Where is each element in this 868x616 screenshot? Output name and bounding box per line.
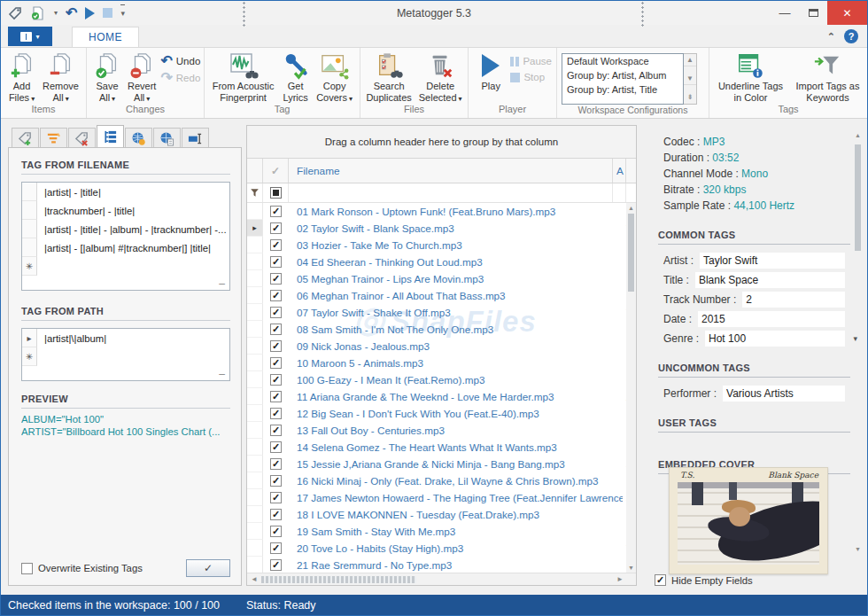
save-all-button[interactable]: Save All▾ <box>91 51 123 104</box>
row-checkbox[interactable]: ✓ <box>263 324 289 335</box>
filename-cell[interactable]: 05 Meghan Trainor - Lips Are Movin.mp3 <box>289 273 623 285</box>
apply-tagging-button[interactable]: ✓ <box>186 559 230 577</box>
tab-rename[interactable] <box>182 128 209 148</box>
row-checkbox[interactable]: ✓ <box>263 458 289 470</box>
filename-cell[interactable]: 08 Sam Smith - I'm Not The Only One.mp3 <box>289 324 623 335</box>
tab-auto-tag[interactable] <box>40 128 67 148</box>
filename-cell[interactable]: 01 Mark Ronson - Uptown Funk! (Feat.Brun… <box>289 206 623 217</box>
workspace-config-item[interactable]: Default Workspace <box>562 54 683 68</box>
filename-cell[interactable]: 06 Meghan Trainor - All About That Bass.… <box>289 290 623 301</box>
filename-cell[interactable]: 02 Taylor Swift - Blank Space.mp3 <box>289 222 623 234</box>
vertical-scrollbar[interactable]: ▲ ▼ <box>626 203 636 573</box>
undo-button[interactable]: ↶ Undo <box>160 54 200 68</box>
table-row[interactable]: ✓21 Rae Sremmurd - No Type.mp3R <box>247 557 636 573</box>
tab-tag-remove[interactable] <box>68 128 96 148</box>
resize-grip-icon[interactable]: – <box>219 278 225 289</box>
path-pattern-list[interactable]: ▸|artist|\|album| ✳ – <box>21 328 230 381</box>
help-icon[interactable]: ? <box>844 29 858 43</box>
tag-field-input[interactable] <box>742 292 845 308</box>
customize-qat-icon[interactable]: ▾ <box>120 4 125 22</box>
pattern-text[interactable]: |artist| - |title| - |album| - |tracknum… <box>37 224 227 235</box>
row-checkbox[interactable]: ✓ <box>263 425 289 436</box>
table-row[interactable]: ✓07 Taylor Swift - Shake It Off.mp3T <box>247 304 636 321</box>
tab-tag-add[interactable] <box>12 128 39 148</box>
table-row[interactable]: ✓17 James Newton Howaerd - The Haging Tr… <box>247 489 636 506</box>
filename-cell[interactable]: 15 Jessie J,Ariana Grande & Nicki Minja … <box>289 458 623 470</box>
row-checkbox[interactable]: ✓ <box>263 542 289 554</box>
right-splitter-handle[interactable] <box>640 1 645 27</box>
scroll-left-icon[interactable]: ◄ <box>251 573 258 585</box>
scroll-right-icon[interactable]: ► <box>616 573 624 585</box>
filename-cell[interactable]: 19 Sam Smith - Stay With Me.mp3 <box>289 526 623 537</box>
revert-all-button[interactable]: Revert All▾ <box>125 51 159 104</box>
pattern-row[interactable]: |artist| - |title| - |album| - |tracknum… <box>22 220 229 238</box>
filename-cell[interactable]: 17 James Newton Howaerd - The Haging Tre… <box>289 492 623 503</box>
table-row[interactable]: ✓15 Jessie J,Ariana Grande & Nicki Minja… <box>247 456 636 472</box>
row-checkbox[interactable]: ✓ <box>263 206 289 217</box>
table-row[interactable]: ✓16 Nicki Minaj - Only (Feat. Drake, Lil… <box>247 472 636 489</box>
scroll-up-icon[interactable]: ▲ <box>853 132 863 138</box>
filename-cell[interactable]: 07 Taylor Swift - Shake It Off.mp3 <box>289 307 623 318</box>
pattern-row[interactable]: |tracknumber| - |title| <box>22 201 229 220</box>
filename-cell[interactable]: 09 Nick Jonas - Jealous.mp3 <box>289 340 623 352</box>
filter-artist-cell[interactable] <box>613 183 626 202</box>
scrollbar-thumb[interactable] <box>628 214 634 292</box>
pattern-text[interactable]: |artist| - |title| <box>37 187 101 198</box>
app-menu-button[interactable]: ▾ <box>8 27 52 46</box>
table-row[interactable]: ✓18 I LOVE MAKONNEN - Tuesday (Feat.Drak… <box>247 506 636 523</box>
row-checkbox[interactable]: ✓ <box>263 374 289 386</box>
pattern-row[interactable]: ▸|artist|\|album| <box>22 329 229 347</box>
table-row[interactable]: ✓03 Hozier - Take Me To Church.mp3H <box>247 237 636 253</box>
table-row[interactable]: ✓09 Nick Jonas - Jealous.mp3N <box>247 338 636 355</box>
pattern-row[interactable]: |artist| - |title| <box>22 183 229 201</box>
row-checkbox[interactable]: ✓ <box>263 256 289 268</box>
table-row[interactable]: ✓12 Big Sean - I Don't Fuck With You (Fe… <box>247 405 636 422</box>
workspace-config-list[interactable]: Default WorkspaceGroup by: Artist, Album… <box>562 53 684 105</box>
table-row[interactable]: ✓11 Ariana Grande & The Weeknd - Love Me… <box>247 388 636 405</box>
row-checkbox[interactable]: ✓ <box>263 273 289 285</box>
table-row[interactable]: ✓20 Tove Lo - Habits (Stay High).mp3T <box>247 540 636 557</box>
filename-column-header[interactable]: Filename <box>289 159 613 183</box>
filename-cell[interactable]: 11 Ariana Grande & The Weeknd - Love Me … <box>289 391 623 402</box>
pattern-row[interactable]: |artist| - [|album| #|tracknumber|] |tit… <box>22 238 229 257</box>
row-checkbox[interactable]: ✓ <box>263 526 289 537</box>
row-checkbox[interactable]: ✓ <box>263 492 289 503</box>
remove-all-button[interactable]: Remove All▾ <box>40 51 81 104</box>
hide-empty-fields-checkbox[interactable]: ✓ <box>655 574 666 586</box>
filename-cell[interactable]: 16 Nicki Minaj - Only (Feat. Drake, Lil … <box>289 475 623 487</box>
pattern-text[interactable]: |artist| - [|album| #|tracknumber|] |tit… <box>37 243 211 253</box>
filename-cell[interactable]: 12 Big Sean - I Don't Fuck With You (Fea… <box>289 408 623 419</box>
filename-cell[interactable]: 20 Tove Lo - Habits (Stay High).mp3 <box>289 542 623 554</box>
new-pattern-row[interactable]: ✳ <box>22 347 229 366</box>
row-checkbox[interactable]: ✓ <box>263 239 289 251</box>
scroll-up-icon[interactable]: ▲ <box>684 54 696 66</box>
table-row[interactable]: ✓01 Mark Ronson - Uptown Funk! (Feat.Bru… <box>247 203 636 220</box>
row-checkbox[interactable]: ✓ <box>263 340 289 352</box>
tab-web-file[interactable] <box>153 128 181 148</box>
row-checkbox[interactable]: ✓ <box>263 559 289 571</box>
row-checkbox[interactable]: ✓ <box>263 509 289 520</box>
left-splitter-handle[interactable] <box>242 1 246 27</box>
table-row[interactable]: ✓10 Maroon 5 - Animals.mp3M <box>247 355 636 371</box>
tag-field-input[interactable] <box>698 311 845 327</box>
import-tags-button[interactable]: Import Tags as Keywords <box>793 51 863 104</box>
get-lyrics-button[interactable]: Get Lyrics <box>279 51 312 104</box>
table-row[interactable]: ✓05 Meghan Trainor - Lips Are Movin.mp3M <box>247 270 636 287</box>
filter-checkbox[interactable] <box>263 183 289 202</box>
panel-scrollbar[interactable]: ▲ ▼ <box>853 132 863 552</box>
filename-cell[interactable]: 14 Selena Gomez - The Heart Wants What I… <box>289 441 623 453</box>
horizontal-scrollbar[interactable]: ◄ ► <box>247 573 636 585</box>
filter-filename-cell[interactable] <box>289 183 613 202</box>
row-checkbox[interactable]: ✓ <box>263 290 289 301</box>
table-row[interactable]: ✓13 Fall Out Boy - Centuries.mp3F <box>247 422 636 439</box>
row-checkbox[interactable]: ✓ <box>263 222 289 234</box>
collapse-ribbon-icon[interactable]: ⌃ <box>827 31 835 43</box>
play-button[interactable]: Play <box>473 51 508 93</box>
scroll-down-icon[interactable]: ▼ <box>684 73 696 85</box>
scrollbar-thumb[interactable] <box>855 144 861 251</box>
pattern-text[interactable]: |artist|\|album| <box>37 333 106 344</box>
filename-cell[interactable]: 03 Hozier - Take Me To Church.mp3 <box>289 239 623 251</box>
filter-funnel-icon[interactable] <box>247 183 263 202</box>
scrollbar-thumb[interactable] <box>261 576 416 583</box>
row-checkbox[interactable]: ✓ <box>263 391 289 402</box>
